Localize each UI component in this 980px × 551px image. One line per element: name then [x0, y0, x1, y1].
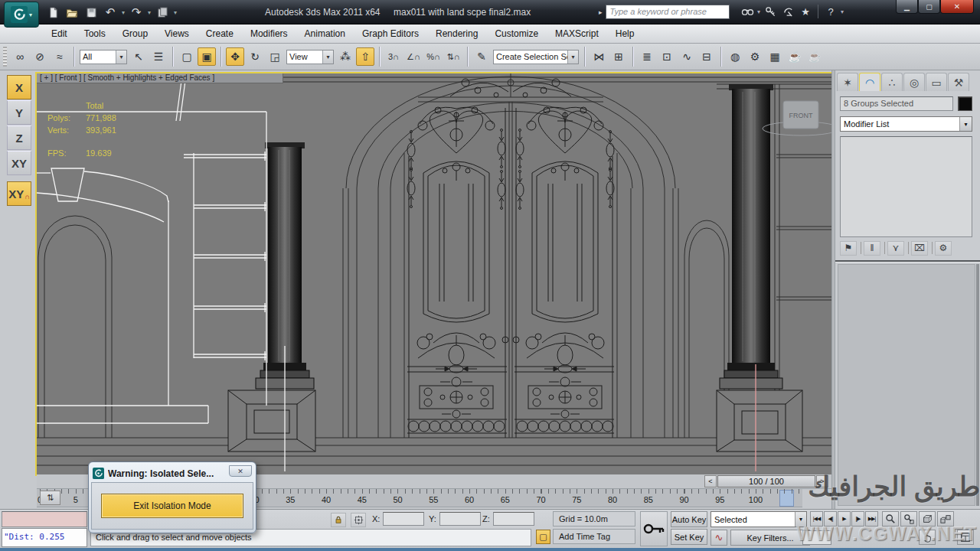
front-viewport[interactable]: FRONT [ + ] [ Front ] [ Smooth + Highlig… — [35, 72, 833, 476]
reference-coordinate-system-dropdown[interactable]: View▾ — [286, 50, 334, 64]
z-coordinate-field[interactable] — [493, 512, 534, 526]
help-icon[interactable]: ? — [823, 4, 838, 19]
show-end-result-button[interactable]: ‖ — [864, 241, 880, 256]
spinner-snap-toggle-button[interactable]: ⇅∩ — [444, 47, 462, 66]
undo-button[interactable]: ↶ — [102, 4, 119, 21]
default-in-out-tangents-button[interactable]: ∿ — [710, 530, 727, 546]
x-coordinate-field[interactable] — [383, 512, 424, 526]
render-production-button[interactable]: ☕ — [786, 47, 804, 66]
search-options-dropdown-icon[interactable]: ▾ — [757, 8, 760, 15]
panel-scrollbar[interactable] — [976, 264, 979, 506]
undo-flyout-icon[interactable]: ▾ — [122, 9, 125, 16]
quick-access-options-icon[interactable]: ▾ — [174, 9, 177, 16]
isolate-selection-toggle[interactable]: ▢ — [536, 530, 550, 544]
set-key-button[interactable]: Set Key — [671, 529, 707, 545]
maximize-button[interactable]: ▢ — [918, 0, 940, 14]
curve-editor-button[interactable]: ∿ — [678, 47, 696, 66]
schematic-view-button[interactable]: ⊟ — [697, 47, 716, 66]
restrict-y-button[interactable]: Y — [7, 100, 31, 125]
search-binoculars-icon[interactable] — [740, 4, 755, 19]
y-coordinate-field[interactable] — [439, 512, 481, 526]
align-button[interactable]: ⊞ — [609, 47, 628, 66]
redo-flyout-icon[interactable]: ▾ — [148, 9, 151, 16]
modify-tab[interactable]: ◠ — [859, 73, 880, 91]
menu-animation[interactable]: Animation — [296, 25, 354, 42]
render-setup-button[interactable]: ⚙ — [746, 47, 764, 66]
selection-name-field[interactable]: 8 Groups Selected — [840, 96, 953, 111]
remove-modifier-button[interactable]: ⌧ — [911, 241, 928, 256]
motion-tab[interactable]: ◎ — [903, 73, 925, 91]
select-and-move-button[interactable]: ✥ — [226, 47, 244, 66]
toggle-container-explorer-button[interactable]: ⊡ — [658, 47, 676, 66]
menu-tools[interactable]: Tools — [76, 25, 114, 42]
menu-maxscript[interactable]: MAXScript — [547, 25, 607, 42]
subscription-key-icon[interactable] — [763, 4, 778, 19]
material-editor-button[interactable]: ◍ — [726, 47, 744, 66]
communication-center-icon[interactable] — [780, 4, 795, 19]
menu-group[interactable]: Group — [114, 25, 156, 42]
select-object-button[interactable]: ↖ — [129, 47, 148, 66]
select-and-link-button[interactable]: ∞ — [11, 47, 29, 66]
selection-filter-dropdown[interactable]: All▾ — [80, 50, 127, 64]
render-iterative-button[interactable]: ☕ — [805, 47, 824, 66]
search-expander-icon[interactable]: ▸ — [599, 8, 603, 16]
bind-to-space-warp-button[interactable]: ≈ — [51, 47, 69, 66]
mirror-button[interactable]: ⋈ — [590, 47, 608, 66]
restrict-x-button[interactable]: X — [7, 75, 31, 99]
redo-button[interactable]: ↷ — [128, 4, 145, 21]
application-menu-button[interactable]: ▾ — [4, 2, 39, 28]
selection-lock-toggle[interactable] — [331, 513, 346, 527]
restrict-z-button[interactable]: Z — [7, 126, 31, 150]
close-button[interactable]: ✕ — [940, 0, 974, 14]
project-folder-button[interactable] — [154, 4, 171, 21]
select-and-manipulate-button[interactable]: ⇧ — [356, 47, 374, 66]
search-input[interactable]: Type a keyword or phrase — [606, 5, 730, 19]
select-and-rotate-button[interactable]: ↻ — [246, 47, 264, 66]
previous-frame-arrow[interactable]: < — [704, 475, 717, 487]
make-unique-button[interactable]: ⋎ — [887, 241, 904, 256]
open-mini-curve-editor-button[interactable]: ⇅ — [40, 491, 60, 505]
rendered-frame-window-button[interactable]: ▦ — [766, 47, 784, 66]
exit-isolation-mode-button[interactable]: Exit Isolation Mode — [101, 494, 243, 518]
restrict-xy-snaps-toggle-button[interactable]: XY∩ — [7, 181, 31, 206]
utilities-tab[interactable]: ⚒ — [948, 73, 969, 91]
selection-filter-dropdown-arrow-icon[interactable]: ▾ — [116, 51, 126, 64]
menu-rendering[interactable]: Rendering — [427, 25, 486, 42]
auto-key-button[interactable]: Auto Key — [671, 511, 707, 527]
named-selection-sets-dropdown[interactable]: Create Selection Se▾ — [493, 50, 579, 64]
select-and-scale-button[interactable]: ◲ — [266, 47, 284, 66]
key-mode-dropdown[interactable]: Selected ▾ — [710, 511, 807, 527]
rectangular-selection-region-button[interactable]: ▢ — [178, 47, 196, 66]
save-file-button[interactable] — [83, 4, 100, 21]
new-file-button[interactable] — [44, 4, 61, 21]
menu-customize[interactable]: Customize — [486, 25, 547, 42]
help-dropdown-icon[interactable]: ▾ — [841, 8, 844, 15]
maxscript-mini-listener-macro[interactable] — [2, 511, 87, 527]
add-time-tag[interactable]: Add Time Tag — [553, 529, 635, 544]
menu-modifiers[interactable]: Modifiers — [242, 25, 296, 42]
snaps-toggle-3d-button[interactable]: 3∩ — [384, 47, 403, 66]
modifier-stack-list[interactable] — [840, 136, 972, 237]
minimize-button[interactable]: ▁ — [896, 0, 918, 14]
object-color-swatch[interactable] — [958, 96, 972, 111]
unlink-selection-button[interactable]: ⊘ — [31, 47, 49, 66]
create-tab[interactable]: ✶ — [837, 73, 858, 91]
window-crossing-toggle-button[interactable]: ▣ — [198, 47, 216, 66]
named-selection-sets-dropdown-arrow-icon[interactable]: ▾ — [567, 51, 578, 64]
menu-edit[interactable]: Edit — [43, 25, 76, 42]
favorites-star-icon[interactable]: ★ — [798, 4, 813, 19]
manage-layers-button[interactable]: ≣ — [638, 47, 656, 66]
configure-modifier-sets-button[interactable]: ⚙ — [935, 241, 952, 256]
angle-snap-toggle-button[interactable]: ∠∩ — [404, 47, 423, 66]
select-by-name-button[interactable]: ☰ — [149, 47, 168, 66]
maxscript-mini-listener[interactable]: "Dist: 0.255 — [2, 528, 87, 547]
absolute-mode-transform-toggle[interactable] — [351, 513, 366, 527]
open-file-button[interactable] — [64, 4, 80, 21]
hierarchy-tab[interactable]: ∴ — [881, 73, 903, 91]
menu-graph-editors[interactable]: Graph Editors — [354, 25, 427, 42]
restrict-xy-button[interactable]: XY — [7, 151, 31, 175]
edit-named-selection-sets-button[interactable]: ✎ — [472, 47, 491, 66]
toolbar-grip[interactable] — [3, 47, 7, 67]
dialog-close-button[interactable]: ✕ — [229, 465, 252, 477]
viewport-label[interactable]: [ + ] [ Front ] [ Smooth + Highlights + … — [37, 73, 283, 83]
